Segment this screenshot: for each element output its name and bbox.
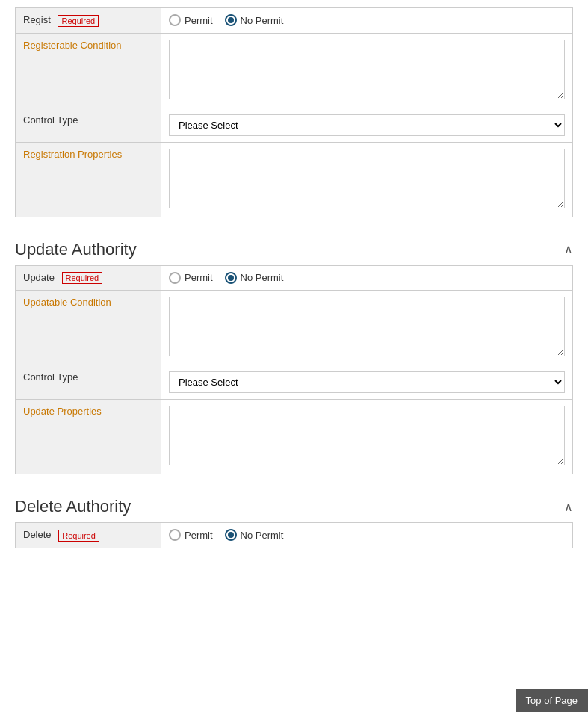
- delete-nopermit-label: No Permit: [241, 530, 284, 541]
- update-control-type-select[interactable]: Please Select: [169, 371, 565, 393]
- updatable-condition-value: [161, 291, 573, 365]
- update-label-cell: Update Required: [16, 265, 161, 291]
- regist-control-type-select[interactable]: Please Select: [169, 114, 565, 136]
- update-collapse-icon[interactable]: ∧: [564, 242, 573, 256]
- delete-section: Delete Authority ∧ Delete Required Permi…: [15, 489, 573, 548]
- updatable-condition-label: Updatable Condition: [23, 297, 111, 308]
- update-permit-row: Update Required Permit No Permit: [16, 265, 573, 291]
- delete-permit-radio[interactable]: [169, 529, 181, 541]
- registerable-condition-textarea[interactable]: [169, 40, 565, 99]
- update-radio-group: Permit No Permit: [169, 272, 565, 284]
- regist-permit-option[interactable]: Permit: [169, 14, 213, 26]
- regist-nopermit-radio[interactable]: [225, 14, 237, 26]
- update-permit-option[interactable]: Permit: [169, 272, 213, 284]
- delete-required-badge: Required: [58, 530, 99, 542]
- delete-label: Delete: [23, 529, 52, 540]
- registerable-condition-label-cell: Registerable Condition: [16, 33, 161, 108]
- delete-radio-group: Permit No Permit: [169, 529, 565, 541]
- update-permit-radio[interactable]: [169, 272, 181, 284]
- update-nopermit-label: No Permit: [241, 272, 284, 283]
- update-properties-value: [161, 400, 573, 474]
- regist-nopermit-label: No Permit: [241, 15, 284, 26]
- regist-table: Regist Required Permit No Permit: [15, 7, 573, 217]
- delete-label-cell: Delete Required: [16, 523, 161, 548]
- registration-properties-value: [161, 142, 573, 217]
- page-wrapper: Regist Required Permit No Permit: [0, 7, 588, 712]
- regist-label: Regist: [23, 14, 51, 25]
- regist-control-type-label-cell: Control Type: [16, 108, 161, 142]
- registerable-condition-value: [161, 33, 573, 108]
- updatable-condition-textarea[interactable]: [169, 297, 565, 356]
- update-control-type-value: Please Select: [161, 365, 573, 400]
- delete-permit-row: Delete Required Permit No Permit: [16, 523, 573, 548]
- updatable-condition-row: Updatable Condition: [16, 291, 573, 365]
- update-section: Update Authority ∧ Update Required Permi…: [15, 232, 573, 475]
- update-properties-label: Update Properties: [23, 406, 102, 417]
- delete-permit-option[interactable]: Permit: [169, 529, 213, 541]
- delete-nopermit-option[interactable]: No Permit: [225, 529, 284, 541]
- registration-properties-label: Registration Properties: [23, 149, 122, 160]
- update-permit-label: Permit: [185, 272, 213, 283]
- registration-properties-textarea[interactable]: [169, 149, 565, 208]
- update-section-title: Update Authority: [15, 240, 137, 259]
- update-control-type-row: Control Type Please Select: [16, 365, 573, 400]
- delete-section-header: Delete Authority ∧: [15, 489, 573, 522]
- delete-permit-value: Permit No Permit: [161, 523, 573, 548]
- update-properties-label-cell: Update Properties: [16, 400, 161, 474]
- update-label: Update: [23, 272, 55, 283]
- update-section-header: Update Authority ∧: [15, 232, 573, 265]
- top-of-page-button[interactable]: Top of Page: [516, 689, 588, 712]
- delete-section-title: Delete Authority: [15, 497, 131, 516]
- regist-nopermit-option[interactable]: No Permit: [225, 14, 284, 26]
- regist-permit-label: Permit: [185, 15, 213, 26]
- registerable-condition-row: Registerable Condition: [16, 33, 573, 108]
- update-properties-textarea[interactable]: [169, 406, 565, 465]
- registerable-condition-label: Registerable Condition: [23, 40, 122, 51]
- regist-label-cell: Regist Required: [16, 8, 161, 34]
- update-control-type-label: Control Type: [23, 371, 78, 383]
- regist-control-type-label: Control Type: [23, 114, 78, 126]
- registration-properties-row: Registration Properties: [16, 142, 573, 217]
- regist-control-type-row: Control Type Please Select: [16, 108, 573, 142]
- update-permit-value: Permit No Permit: [161, 265, 573, 291]
- delete-nopermit-radio[interactable]: [225, 529, 237, 541]
- regist-control-type-value: Please Select: [161, 108, 573, 142]
- regist-section: Regist Required Permit No Permit: [15, 7, 573, 217]
- updatable-condition-label-cell: Updatable Condition: [16, 291, 161, 365]
- update-nopermit-radio[interactable]: [225, 272, 237, 284]
- delete-table: Delete Required Permit No Permit: [15, 522, 573, 548]
- regist-radio-group: Permit No Permit: [169, 14, 565, 26]
- update-required-badge: Required: [62, 272, 103, 284]
- regist-permit-row: Regist Required Permit No Permit: [16, 8, 573, 34]
- regist-permit-value: Permit No Permit: [161, 8, 573, 34]
- update-nopermit-option[interactable]: No Permit: [225, 272, 284, 284]
- delete-collapse-icon[interactable]: ∧: [564, 500, 573, 514]
- registration-properties-label-cell: Registration Properties: [16, 142, 161, 217]
- update-table: Update Required Permit No Permit: [15, 265, 573, 475]
- update-properties-row: Update Properties: [16, 400, 573, 474]
- regist-required-badge: Required: [58, 15, 99, 27]
- regist-permit-radio[interactable]: [169, 14, 181, 26]
- update-control-type-label-cell: Control Type: [16, 365, 161, 400]
- delete-permit-label: Permit: [185, 530, 213, 541]
